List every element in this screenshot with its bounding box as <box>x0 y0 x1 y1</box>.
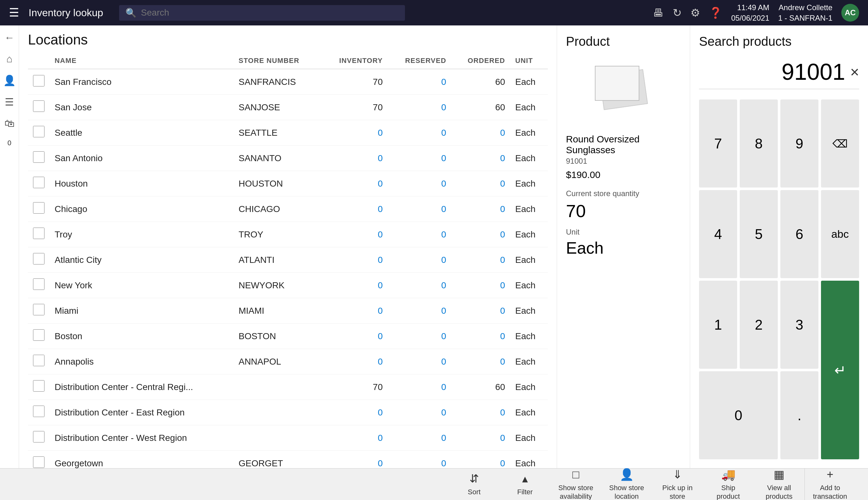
topbar-date: 05/06/2021 <box>731 13 769 23</box>
monitor-icon[interactable]: 🖶 <box>653 7 664 19</box>
user-store: 1 - SANFRAN-1 <box>778 13 832 23</box>
row-check-cell <box>28 196 49 222</box>
row-reserved: 0 <box>388 146 451 171</box>
row-checkbox-2[interactable] <box>33 126 45 137</box>
show-store-location-label: Show storelocation <box>609 484 644 500</box>
unit-label: Unit <box>566 228 681 237</box>
row-reserved: 0 <box>388 349 451 374</box>
left-sidebar: ← ⌂ 👤 ☰ 🛍 0 <box>0 25 19 468</box>
row-store-number: SANJOSE <box>233 95 321 120</box>
row-ordered: 0 <box>451 451 510 468</box>
row-checkbox-5[interactable] <box>33 202 45 214</box>
row-checkbox-13[interactable] <box>33 406 45 417</box>
search-input[interactable] <box>141 8 399 18</box>
row-ordered: 0 <box>451 425 510 451</box>
row-checkbox-1[interactable] <box>33 100 45 112</box>
row-unit: Each <box>510 298 548 323</box>
row-checkbox-0[interactable] <box>33 75 45 87</box>
ship-button[interactable]: 🚚 Shipproduct <box>703 468 754 500</box>
row-store-number: SANANTO <box>233 146 321 171</box>
row-unit: Each <box>510 374 548 400</box>
numpad-enter[interactable]: ↵ <box>821 281 859 459</box>
row-check-cell <box>28 425 49 451</box>
row-checkbox-12[interactable] <box>33 380 45 391</box>
cart-badge[interactable]: 0 <box>7 139 11 147</box>
table-row: San Antonio SANANTO 0 0 0 Each <box>28 146 548 171</box>
numpad-5[interactable]: 5 <box>740 190 778 278</box>
row-name: Chicago <box>49 196 233 222</box>
refresh-icon[interactable]: ↻ <box>673 7 682 19</box>
col-ordered: ORDERED <box>451 53 510 69</box>
hamburger-icon[interactable]: ☰ <box>9 6 19 19</box>
row-reserved: 0 <box>388 247 451 273</box>
numpad-7[interactable]: 7 <box>699 100 737 188</box>
view-all-button[interactable]: ▦ View allproducts <box>754 468 805 500</box>
filter-icon: ▴ <box>522 472 528 485</box>
search-bar[interactable]: 🔍 <box>119 5 405 21</box>
help-icon[interactable]: ❓ <box>709 7 722 19</box>
show-store-availability-button[interactable]: □ Show storeavailability <box>550 468 601 500</box>
row-checkbox-3[interactable] <box>33 151 45 163</box>
avatar[interactable]: AC <box>841 4 859 22</box>
list-icon[interactable]: ☰ <box>5 96 14 108</box>
row-name: Seattle <box>49 120 233 146</box>
col-name: NAME <box>49 53 233 69</box>
numpad-4[interactable]: 4 <box>699 190 737 278</box>
numpad-abc[interactable]: abc <box>821 190 859 278</box>
row-check-cell <box>28 69 49 95</box>
row-inventory: 0 <box>321 425 388 451</box>
numpad-close-icon[interactable]: × <box>850 63 859 81</box>
numpad-8[interactable]: 8 <box>740 100 778 188</box>
row-ordered: 0 <box>451 400 510 425</box>
numpad-backspace[interactable]: ⌫ <box>821 100 859 188</box>
row-inventory: 0 <box>321 171 388 196</box>
table-row: Distribution Center - West Region 0 0 0 … <box>28 425 548 451</box>
row-store-number: TROY <box>233 222 321 247</box>
bag-icon[interactable]: 🛍 <box>4 117 15 129</box>
ship-label: Shipproduct <box>716 484 740 500</box>
numpad-display: 91001 × <box>699 59 859 89</box>
numpad-dot[interactable]: . <box>781 371 819 459</box>
table-row: Houston HOUSTON 0 0 0 Each <box>28 171 548 196</box>
settings-icon[interactable]: ⚙ <box>691 7 700 19</box>
row-checkbox-10[interactable] <box>33 329 45 341</box>
numpad-2[interactable]: 2 <box>740 281 778 369</box>
pick-up-store-button[interactable]: ⇓ Pick up instore <box>652 468 703 500</box>
numpad-1[interactable]: 1 <box>699 281 737 369</box>
row-name: Boston <box>49 323 233 349</box>
home-icon[interactable]: ⌂ <box>7 53 12 65</box>
row-name: Georgetown <box>49 451 233 468</box>
filter-button[interactable]: ▴ Filter <box>500 468 550 500</box>
numpad-3[interactable]: 3 <box>781 281 819 369</box>
product-name: Round Oversized Sunglasses <box>566 134 681 156</box>
row-unit: Each <box>510 273 548 298</box>
sort-button[interactable]: ⇵ Sort <box>449 468 500 500</box>
numpad-0[interactable]: 0 <box>699 371 778 459</box>
row-checkbox-11[interactable] <box>33 355 45 366</box>
row-inventory: 70 <box>321 374 388 400</box>
row-checkbox-15[interactable] <box>33 456 45 468</box>
pick-up-icon: ⇓ <box>673 468 682 481</box>
row-checkbox-7[interactable] <box>33 253 45 264</box>
row-reserved: 0 <box>388 196 451 222</box>
row-inventory: 70 <box>321 95 388 120</box>
row-checkbox-4[interactable] <box>33 177 45 188</box>
row-unit: Each <box>510 69 548 95</box>
row-checkbox-14[interactable] <box>33 431 45 442</box>
row-checkbox-6[interactable] <box>33 228 45 239</box>
add-transaction-button[interactable]: + Add totransaction <box>805 468 855 500</box>
numpad-6[interactable]: 6 <box>781 190 819 278</box>
row-store-number <box>233 425 321 451</box>
row-checkbox-8[interactable] <box>33 279 45 290</box>
show-store-location-button[interactable]: 👤 Show storelocation <box>601 468 652 500</box>
back-icon[interactable]: ← <box>4 32 15 44</box>
col-unit: UNIT <box>510 53 548 69</box>
row-ordered: 0 <box>451 323 510 349</box>
numpad-9[interactable]: 9 <box>781 100 819 188</box>
person-icon[interactable]: 👤 <box>3 75 16 87</box>
row-name: San Antonio <box>49 146 233 171</box>
col-inventory: INVENTORY <box>321 53 388 69</box>
row-checkbox-9[interactable] <box>33 304 45 315</box>
row-inventory: 0 <box>321 298 388 323</box>
row-inventory: 70 <box>321 69 388 95</box>
